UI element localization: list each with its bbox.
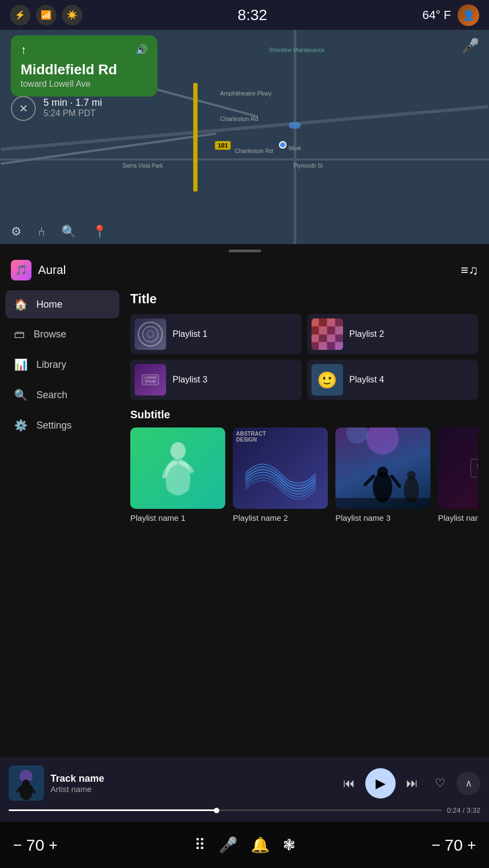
album-thumb-3	[335, 427, 430, 509]
album-name-1: Playlist name 1	[130, 513, 225, 522]
album-name-3: Playlist name 3	[335, 513, 430, 522]
library-icon: 📊	[14, 358, 28, 371]
album-card-1[interactable]: Playlist name 1	[130, 427, 225, 522]
album-card-3[interactable]: Playlist name 3	[335, 427, 430, 522]
sidebar-item-settings[interactable]: ⚙️ Settings	[5, 411, 119, 439]
section-subtitle: Subtitle	[130, 409, 478, 421]
fan-icon[interactable]: ❃	[283, 836, 295, 854]
volume-left-value: 70	[26, 836, 44, 854]
status-bar: ⚡ 📶 ☀️ 8:32 64° F 👤	[0, 0, 489, 30]
eta-main: 5 min · 1.7 mi	[43, 97, 102, 108]
player-info: Track name Artist name	[50, 773, 331, 794]
drag-handle[interactable]	[228, 250, 261, 252]
browse-icon: 🗃	[14, 328, 25, 341]
next-button[interactable]: ⏭	[400, 771, 424, 795]
playlist-name-2: Playlist 2	[350, 329, 384, 339]
prev-button[interactable]: ⏮	[337, 771, 361, 795]
volume-right-minus[interactable]: −	[431, 837, 440, 854]
app-name: Aural	[38, 263, 66, 277]
section-title: Title	[130, 291, 478, 307]
volume-right: − 70 +	[431, 836, 476, 854]
volume-right-value: 70	[444, 836, 462, 854]
queue-icon[interactable]: ≡♫	[461, 263, 478, 278]
svg-point-8	[407, 471, 416, 480]
volume-left-minus[interactable]: −	[13, 837, 22, 854]
expand-button[interactable]: ∧	[456, 771, 480, 795]
system-bar: − 70 + ⠿ 🎤 🔔 ❃ − 70 +	[0, 822, 489, 868]
svg-line-5	[365, 476, 373, 484]
mic-icon[interactable]: 🎤	[219, 836, 238, 854]
sidebar-label-settings: Settings	[36, 420, 72, 431]
svg-point-25	[22, 780, 30, 787]
eta-arrival: 5:24 PM PDT	[43, 108, 102, 118]
album-scroll[interactable]: Playlist name 1 ABSTRACTDESIGN	[130, 427, 478, 527]
player-thumb	[9, 765, 44, 801]
sidebar-item-home[interactable]: 🏠 Home	[5, 290, 119, 318]
highway-label: 101	[215, 141, 230, 150]
progress-bar-wrap: 0:24 / 3:32	[0, 806, 489, 819]
play-button[interactable]: ▶	[365, 768, 396, 799]
svg-point-0	[170, 442, 186, 459]
svg-point-2	[346, 427, 368, 444]
bell-icon[interactable]: 🔔	[251, 836, 270, 854]
artist-name: Artist name	[50, 784, 331, 794]
progress-dot	[214, 808, 219, 813]
volume-left-plus[interactable]: +	[49, 837, 58, 854]
nav-toward: toward Lowell Ave	[21, 79, 148, 89]
album-card-4[interactable]: LOREMIPSUM Playlist name 4	[438, 427, 478, 522]
map-label-amphitheatre: Amphitheatre Pkwy	[220, 90, 271, 97]
route-icon[interactable]: ⑃	[38, 225, 45, 239]
signal-icon: 📶	[36, 5, 56, 25]
progress-fill	[9, 809, 217, 811]
playlist-card-3[interactable]: LOREMIPSUM Playlist 3	[130, 360, 302, 400]
nav-card: ↑ 🔊 Middlefield Rd toward Lowell Ave	[11, 35, 157, 97]
svg-line-6	[392, 476, 399, 486]
system-center-controls: ⠿ 🎤 🔔 ❃	[194, 836, 295, 854]
map-area[interactable]: 101 Amphitheatre Pkwy Charleston Rd Char…	[0, 30, 489, 244]
playlist-thumb-3: LOREMIPSUM	[135, 364, 166, 395]
nav-sound-icon[interactable]: 🔊	[136, 44, 148, 56]
playlist-thumb-1	[135, 318, 166, 350]
playlist-name-4: Playlist 4	[350, 375, 384, 385]
home-icon: 🏠	[14, 298, 28, 311]
work-label: Work	[289, 145, 301, 151]
grid-icon[interactable]: ⠿	[194, 836, 206, 854]
sidebar-item-search[interactable]: 🔍 Search	[5, 381, 119, 409]
progress-track[interactable]	[9, 809, 442, 811]
player-controls: ⏮ ▶ ⏭ ♡ ∧	[337, 768, 480, 799]
album-card-2[interactable]: ABSTRACTDESIGN Pl	[233, 427, 328, 522]
app-logo-area: 🎵 Aural	[11, 260, 66, 280]
smiley-icon: 🙂	[317, 371, 337, 390]
music-panel: 🎵 Aural ≡♫ 🏠 Home 🗃 Browse 📊 Library 🔍 S…	[0, 244, 489, 757]
playlist-grid: Playlist 1 Playlist 2	[130, 314, 478, 400]
settings-map-icon[interactable]: ⚙	[11, 225, 22, 239]
eta-block: 5 min · 1.7 mi 5:24 PM PDT	[43, 97, 102, 118]
sidebar-label-browse: Browse	[34, 329, 66, 340]
app-logo: 🎵	[11, 260, 31, 280]
avatar[interactable]: 👤	[458, 4, 479, 26]
sidebar-item-library[interactable]: 📊 Library	[5, 350, 119, 379]
album-name-2: Playlist name 2	[233, 513, 328, 522]
sidebar-item-browse[interactable]: 🗃 Browse	[5, 321, 119, 348]
temperature: 64° F	[422, 8, 451, 22]
playlist-card-4[interactable]: 🙂 Playlist 4	[307, 360, 479, 400]
playlist-card-2[interactable]: Playlist 2	[307, 314, 479, 354]
voice-icon[interactable]: 🎤	[462, 37, 479, 54]
status-right: 64° F 👤	[422, 4, 479, 26]
status-time: 8:32	[238, 7, 268, 24]
playlist-card-1[interactable]: Playlist 1	[130, 314, 302, 354]
map-label-sierra: Sierra Vista Park	[122, 163, 163, 169]
search-map-icon[interactable]: 🔍	[61, 225, 76, 239]
sidebar: 🏠 Home 🗃 Browse 📊 Library 🔍 Search ⚙️ Se…	[0, 286, 125, 757]
favorite-button[interactable]: ♡	[428, 771, 452, 795]
track-name: Track name	[50, 773, 331, 784]
brightness-icon: ☀️	[62, 5, 82, 25]
album-thumb-1	[130, 427, 225, 509]
close-navigation-button[interactable]: ✕	[11, 96, 36, 121]
pin-icon[interactable]: 📍	[92, 225, 107, 239]
sidebar-label-home: Home	[36, 299, 62, 310]
playlist-name-3: Playlist 3	[173, 375, 207, 385]
volume-right-plus[interactable]: +	[467, 837, 476, 854]
player-main: Track name Artist name ⏮ ▶ ⏭ ♡ ∧	[0, 760, 489, 806]
map-label-charleston2: Charleston Rd	[234, 148, 272, 154]
